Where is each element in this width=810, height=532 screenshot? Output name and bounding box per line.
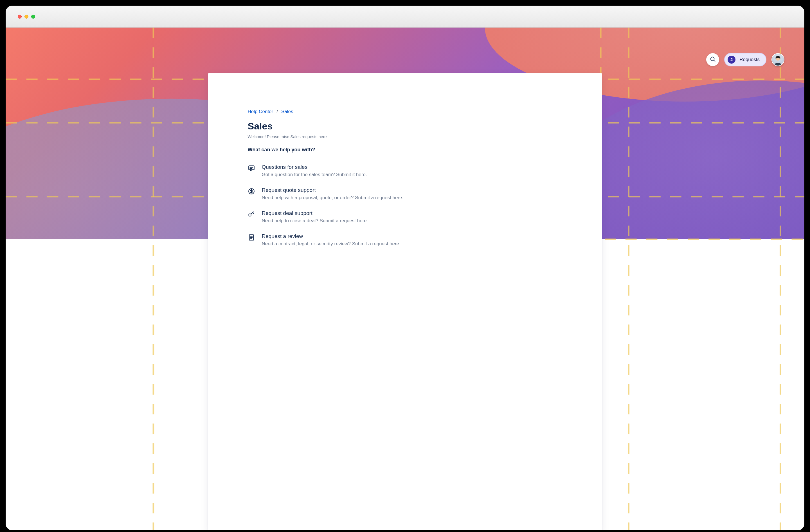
request-type-desc: Need a contract, legal, or security revi… <box>262 241 563 247</box>
request-type-questions[interactable]: Questions for sales Got a question for t… <box>248 164 563 178</box>
user-avatar[interactable] <box>772 53 784 66</box>
request-type-quote[interactable]: Request quote support Need help with a p… <box>248 187 563 200</box>
request-type-title: Request deal support <box>262 210 563 216</box>
requests-button[interactable]: 2 Requests <box>724 53 766 66</box>
browser-window: 2 Requests <box>6 6 804 530</box>
svg-line-9 <box>714 60 715 61</box>
request-type-desc: Need help with a proposal, quote, or ord… <box>262 195 563 200</box>
svg-rect-12 <box>249 166 254 170</box>
window-minimize-button[interactable] <box>25 15 28 19</box>
requests-label: Requests <box>740 57 760 62</box>
page-subtitle: Welcome! Please raise Sales requests her… <box>248 134 563 139</box>
request-type-title: Request a review <box>262 233 563 239</box>
request-type-list: Questions for sales Got a question for t… <box>248 164 563 247</box>
requests-count-badge: 2 <box>728 56 735 64</box>
window-zoom-button[interactable] <box>31 15 35 19</box>
window-titlebar <box>6 6 804 28</box>
dollar-icon <box>248 188 255 195</box>
document-icon <box>248 234 255 241</box>
request-type-desc: Got a question for the sales team? Submi… <box>262 172 563 178</box>
request-type-title: Request quote support <box>262 187 563 193</box>
request-type-review[interactable]: Request a review Need a contract, legal,… <box>248 233 563 247</box>
app-viewport: 2 Requests <box>6 28 804 530</box>
page-title: Sales <box>248 121 563 132</box>
breadcrumb-current-link[interactable]: Sales <box>281 109 293 114</box>
window-close-button[interactable] <box>18 15 22 19</box>
request-type-title: Questions for sales <box>262 164 563 170</box>
topbar: 2 Requests <box>706 53 784 66</box>
search-button[interactable] <box>706 53 719 66</box>
request-type-desc: Need help to close a deal? Submit a requ… <box>262 218 563 224</box>
breadcrumb: Help Center / Sales <box>248 109 563 114</box>
breadcrumb-separator: / <box>276 109 278 114</box>
search-icon <box>710 56 716 63</box>
breadcrumb-root-link[interactable]: Help Center <box>248 109 273 114</box>
help-heading: What can we help you with? <box>248 147 563 153</box>
main-card: Help Center / Sales Sales Welcome! Pleas… <box>208 73 602 530</box>
request-type-deal[interactable]: Request deal support Need help to close … <box>248 210 563 224</box>
key-icon <box>248 211 255 218</box>
chat-icon <box>248 165 255 172</box>
